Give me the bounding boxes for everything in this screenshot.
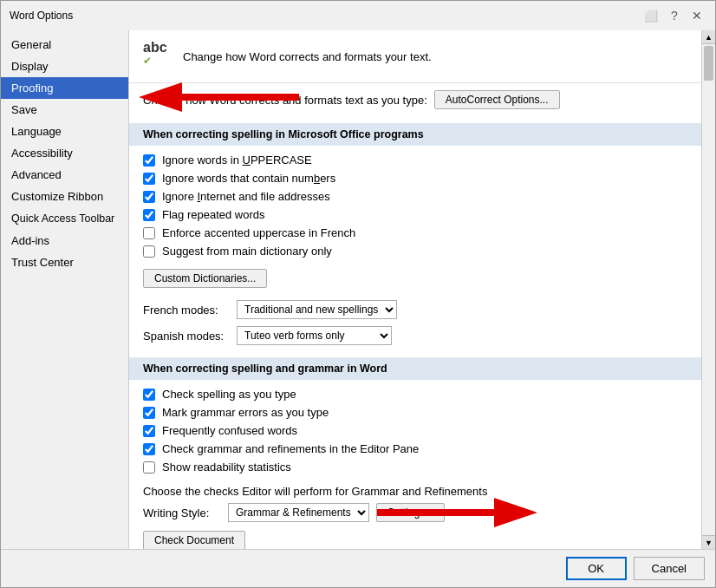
title-bar: Word Options ⬜ ? ✕ [1, 1, 715, 30]
writing-style-select[interactable]: Grammar & Refinements Grammar Only [228, 503, 369, 522]
custom-dictionaries-button[interactable]: Custom Dictionaries... [143, 269, 267, 288]
checkbox-mark-grammar-label: Mark grammar errors as you type [162, 406, 329, 419]
settings-button[interactable]: Settings... [376, 503, 445, 522]
checkbox-confused-words-label: Frequently confused words [162, 424, 297, 437]
sidebar-item-general[interactable]: General [1, 34, 128, 56]
main-content: abc ✔ Change how Word corrects and forma… [129, 30, 701, 549]
checkbox-ignore-numbers-input[interactable] [143, 173, 155, 185]
french-modes-select[interactable]: Traditional and new spellings New spelli… [237, 300, 397, 319]
checkbox-enforce-accented-input[interactable] [143, 227, 155, 239]
sidebar-item-language[interactable]: Language [1, 121, 128, 142]
checkbox-confused-words-input[interactable] [143, 425, 155, 437]
spanish-modes-label: Spanish modes: [143, 330, 230, 343]
checkbox-mark-grammar: Mark grammar errors as you type [129, 403, 701, 421]
spanish-modes-select[interactable]: Tuteo verb forms only Voseo verb forms o… [237, 326, 392, 345]
scroll-down-button[interactable]: ▼ [702, 535, 715, 549]
writing-style-row: Writing Style: Grammar & Refinements Gra… [129, 500, 701, 526]
sidebar-item-advanced[interactable]: Advanced [1, 164, 128, 186]
checkbox-ignore-numbers: Ignore words that contain numbers [129, 169, 701, 187]
monitor-icon: ⬜ [644, 10, 658, 23]
checkbox-readability-input[interactable] [143, 461, 155, 474]
checkbox-flag-repeated-input[interactable] [143, 209, 155, 221]
checkbox-readability: Show readability statistics [129, 458, 701, 476]
checkbox-ignore-internet-input[interactable] [143, 191, 155, 203]
scroll-thumb[interactable] [704, 46, 713, 81]
checkbox-flag-repeated: Flag repeated words [129, 206, 701, 224]
sidebar-item-proofing[interactable]: Proofing [1, 77, 128, 99]
french-modes-row: French modes: Traditional and new spelli… [129, 297, 701, 323]
close-button[interactable]: ✕ [687, 6, 706, 25]
header-description: Change how Word corrects and formats you… [183, 50, 432, 63]
check-mark: ✔ [143, 55, 174, 67]
sidebar-item-trust-center[interactable]: Trust Center [1, 252, 128, 273]
checkbox-check-grammar-label: Check grammar and refinements in the Edi… [162, 442, 419, 455]
checkbox-ignore-internet: Ignore Internet and file addresses [129, 187, 701, 206]
sidebar: General Display Proofing Save Language A… [1, 30, 129, 549]
checkbox-ignore-uppercase-label: Ignore words in UPPERCASE [162, 154, 312, 167]
checkbox-check-spelling-label: Check spelling as you type [162, 388, 296, 401]
scroll-up-button[interactable]: ▲ [702, 30, 715, 44]
abc-text: abc [143, 41, 174, 55]
section2-options: Check spelling as you type Mark grammar … [129, 380, 701, 481]
checkbox-check-grammar-input[interactable] [143, 443, 155, 455]
dialog-footer: OK Cancel [1, 549, 715, 587]
autocorrect-options-button[interactable]: AutoCorrect Options... [434, 90, 560, 109]
section2-title: When correcting spelling and grammar in … [129, 357, 701, 380]
sidebar-item-accessibility[interactable]: Accessibility [1, 142, 128, 164]
sidebar-item-save[interactable]: Save [1, 99, 128, 121]
checkbox-ignore-uppercase: Ignore words in UPPERCASE [129, 151, 701, 169]
writing-style-label: Writing Style: [143, 506, 221, 519]
scroll-track [702, 44, 715, 535]
section1-title: When correcting spelling in Microsoft Of… [129, 123, 701, 146]
help-button[interactable]: ? [665, 6, 684, 25]
main-header: abc ✔ Change how Word corrects and forma… [129, 30, 701, 83]
checkbox-readability-label: Show readability statistics [162, 461, 291, 474]
checkbox-check-spelling-input[interactable] [143, 389, 155, 401]
section1-options: Ignore words in UPPERCASE Ignore words t… [129, 146, 701, 265]
scrollbar[interactable]: ▲ ▼ [701, 30, 715, 549]
checkbox-confused-words: Frequently confused words [129, 421, 701, 440]
checkbox-check-grammar: Check grammar and refinements in the Edi… [129, 440, 701, 458]
french-modes-label: French modes: [143, 304, 230, 317]
checkbox-check-spelling: Check spelling as you type [129, 385, 701, 403]
checkbox-ignore-internet-label: Ignore Internet and file addresses [162, 190, 330, 203]
spanish-modes-row: Spanish modes: Tuteo verb forms only Vos… [129, 323, 701, 349]
sidebar-item-add-ins[interactable]: Add-ins [1, 230, 128, 252]
title-bar-buttons: ⬜ ? ✕ [644, 6, 706, 25]
checkbox-ignore-uppercase-input[interactable] [143, 154, 155, 167]
checkbox-enforce-accented-label: Enforce accented uppercase in French [162, 226, 355, 239]
checkbox-mark-grammar-input[interactable] [143, 407, 155, 419]
ok-button[interactable]: OK [566, 557, 627, 580]
checkbox-suggest-main: Suggest from main dictionary only [129, 242, 701, 260]
checkbox-enforce-accented: Enforce accented uppercase in French [129, 224, 701, 242]
dialog-body: General Display Proofing Save Language A… [1, 30, 715, 549]
check-document-button[interactable]: Check Document [143, 531, 245, 549]
autocorrect-label: Change how Word corrects and formats tex… [143, 94, 427, 107]
editor-label: Choose the checks Editor will perform fo… [129, 481, 701, 500]
sidebar-item-display[interactable]: Display [1, 56, 128, 77]
checkbox-suggest-main-label: Suggest from main dictionary only [162, 245, 332, 258]
checkbox-ignore-numbers-label: Ignore words that contain numbers [162, 172, 335, 185]
abc-icon: abc ✔ [143, 41, 174, 72]
sidebar-item-quick-access-toolbar[interactable]: Quick Access Toolbar [1, 207, 128, 230]
dialog-title: Word Options [10, 10, 73, 22]
autocorrect-row: Change how Word corrects and formats tex… [129, 83, 701, 116]
sidebar-item-customize-ribbon[interactable]: Customize Ribbon [1, 186, 128, 207]
cancel-button[interactable]: Cancel [634, 557, 705, 580]
checkbox-flag-repeated-label: Flag repeated words [162, 208, 265, 221]
checkbox-suggest-main-input[interactable] [143, 245, 155, 258]
